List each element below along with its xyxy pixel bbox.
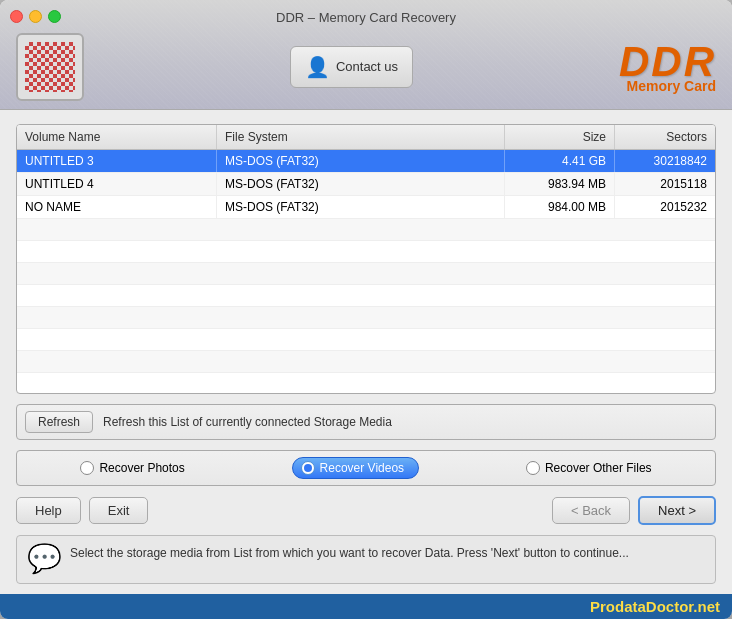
col-sectors: Sectors [615, 125, 715, 149]
radio-label-photos: Recover Photos [99, 461, 184, 475]
col-size: Size [505, 125, 615, 149]
table-row-empty [17, 307, 715, 329]
contact-button[interactable]: 👤 Contact us [290, 46, 413, 88]
radio-other[interactable]: Recover Other Files [526, 461, 652, 475]
cell-fs: MS-DOS (FAT32) [217, 150, 505, 172]
cell-volume: UNTITLED 3 [17, 150, 217, 172]
title-bar: DDR – Memory Card Recovery 👤 Contact us … [0, 0, 732, 110]
footer-text: ProdataDoctor.net [590, 598, 720, 615]
header-content: 👤 Contact us DDR Memory Card [16, 33, 716, 101]
cell-size: 4.41 GB [505, 150, 615, 172]
cell-sectors: 30218842 [615, 150, 715, 172]
col-volume: Volume Name [17, 125, 217, 149]
radio-photos[interactable]: Recover Photos [80, 461, 184, 475]
refresh-button[interactable]: Refresh [25, 411, 93, 433]
cell-fs: MS-DOS (FAT32) [217, 196, 505, 218]
storage-table: Volume Name File System Size Sectors UNT… [16, 124, 716, 394]
back-button[interactable]: < Back [552, 497, 630, 524]
radio-label-other: Recover Other Files [545, 461, 652, 475]
cell-volume: NO NAME [17, 196, 217, 218]
cell-volume: UNTITLED 4 [17, 173, 217, 195]
window-title: DDR – Memory Card Recovery [276, 10, 456, 25]
radio-dot-videos [304, 464, 312, 472]
radio-circle-videos [301, 461, 315, 475]
table-row-empty [17, 329, 715, 351]
exit-button[interactable]: Exit [89, 497, 149, 524]
main-content: Volume Name File System Size Sectors UNT… [0, 110, 732, 594]
bottom-buttons: Help Exit < Back Next > [16, 496, 716, 525]
radio-circle-photos [80, 461, 94, 475]
close-button[interactable] [10, 10, 23, 23]
checkerboard-icon [25, 42, 75, 92]
recovery-type-group: Recover Photos Recover Videos Recover Ot… [16, 450, 716, 486]
info-message: Select the storage media from List from … [70, 544, 629, 562]
refresh-row: Refresh Refresh this List of currently c… [16, 404, 716, 440]
refresh-label: Refresh this List of currently connected… [103, 415, 392, 429]
footer: ProdataDoctor.net [0, 594, 732, 619]
help-button[interactable]: Help [16, 497, 81, 524]
table-row-empty [17, 219, 715, 241]
col-fs: File System [217, 125, 505, 149]
table-header: Volume Name File System Size Sectors [17, 125, 715, 150]
table-row-empty [17, 263, 715, 285]
maximize-button[interactable] [48, 10, 61, 23]
contact-button-label: Contact us [336, 59, 398, 74]
cell-size: 983.94 MB [505, 173, 615, 195]
table-row-empty [17, 285, 715, 307]
app-window: DDR – Memory Card Recovery 👤 Contact us … [0, 0, 732, 619]
ddr-title: DDR [619, 41, 716, 83]
traffic-lights [10, 10, 61, 23]
footer-brand: ProdataDoctor.net [590, 598, 720, 615]
minimize-button[interactable] [29, 10, 42, 23]
radio-label-videos: Recover Videos [320, 461, 405, 475]
table-row[interactable]: UNTITLED 3 MS-DOS (FAT32) 4.41 GB 302188… [17, 150, 715, 173]
info-icon: 💬 [27, 542, 62, 575]
app-logo [16, 33, 84, 101]
table-row[interactable]: NO NAME MS-DOS (FAT32) 984.00 MB 2015232 [17, 196, 715, 219]
table-body: UNTITLED 3 MS-DOS (FAT32) 4.41 GB 302188… [17, 150, 715, 373]
radio-circle-other [526, 461, 540, 475]
table-row[interactable]: UNTITLED 4 MS-DOS (FAT32) 983.94 MB 2015… [17, 173, 715, 196]
cell-sectors: 2015232 [615, 196, 715, 218]
ddr-logo: DDR Memory Card [619, 41, 716, 93]
table-row-empty [17, 241, 715, 263]
cell-size: 984.00 MB [505, 196, 615, 218]
contact-icon: 👤 [305, 55, 330, 79]
table-row-empty [17, 351, 715, 373]
radio-videos[interactable]: Recover Videos [292, 457, 420, 479]
next-button[interactable]: Next > [638, 496, 716, 525]
cell-sectors: 2015118 [615, 173, 715, 195]
cell-fs: MS-DOS (FAT32) [217, 173, 505, 195]
ddr-subtitle: Memory Card [619, 79, 716, 93]
info-bar: 💬 Select the storage media from List fro… [16, 535, 716, 584]
